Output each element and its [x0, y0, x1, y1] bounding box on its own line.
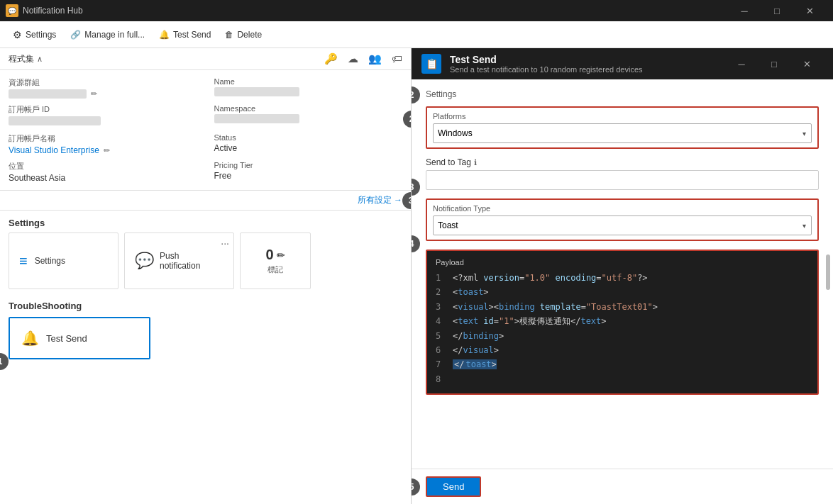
- code-line-3: 3 <visual><binding template="ToastText01…: [436, 300, 809, 314]
- push-notification-card[interactable]: 💬 Push notification ···: [124, 233, 234, 289]
- settings-card[interactable]: ≡ Settings: [9, 233, 118, 289]
- code-7: </toast>: [453, 357, 497, 371]
- status-value: Active: [214, 143, 403, 153]
- subscription-id-label: 訂用帳戶 ID: [9, 104, 197, 115]
- close-btn[interactable]: ✕: [793, 0, 826, 21]
- subscription-id-info: 訂用帳戶 ID: [9, 104, 197, 128]
- code-6: </visual>: [453, 343, 499, 357]
- all-settings-row: 所有設定 → 3: [0, 191, 411, 211]
- right-close-btn[interactable]: ✕: [790, 48, 823, 79]
- push-card-text: Push notification: [160, 251, 200, 271]
- platforms-label: Platforms: [433, 112, 812, 121]
- test-send-toolbar-btn[interactable]: 🔔 Test Send: [153, 27, 216, 43]
- info-icon: ℹ: [474, 158, 477, 167]
- settings-toolbar-btn[interactable]: ⚙ Settings: [7, 26, 62, 43]
- pricing-info: Pricing Tier Free: [214, 161, 403, 183]
- line-num-2: 2: [436, 285, 446, 299]
- line-num-6: 6: [436, 343, 446, 357]
- toolbar: ⚙ Settings 🔗 Manage in full... 🔔 Test Se…: [0, 21, 833, 48]
- app-icon: 💬: [6, 4, 18, 17]
- send-to-tag-label: Send to Tag ℹ: [426, 157, 819, 167]
- line-num-7: 7: [436, 357, 446, 371]
- payload-box[interactable]: Payload 1 <?xml version="1.0" encoding="…: [426, 250, 819, 395]
- resource-group-value: ✏: [9, 89, 197, 99]
- cards-row: ≡ Settings 💬 Push notification ···: [0, 233, 411, 298]
- name-info: Name: [214, 77, 403, 99]
- location-value: Southeast Asia: [9, 173, 197, 183]
- test-send-card[interactable]: 🔔 Test Send: [9, 317, 150, 359]
- info-section: 資源群組 ✏ Name 訂用帳戶 ID Namespace: [0, 70, 411, 191]
- code-line-1: 1 <?xml version="1.0" encoding="utf-8"?>: [436, 271, 809, 285]
- breadcrumb-expand[interactable]: ∧: [37, 55, 43, 64]
- delete-toolbar-btn[interactable]: 🗑 Delete: [219, 27, 267, 43]
- send-to-tag-group: Send to Tag ℹ: [426, 157, 819, 190]
- send-section: 5 Send: [412, 469, 833, 504]
- pricing-value: Free: [214, 171, 403, 181]
- right-step-2-marker: 2: [412, 86, 420, 103]
- cloud-icon[interactable]: ☁: [348, 52, 358, 65]
- app-title: Notification Hub: [23, 6, 83, 16]
- status-info: Status Active: [214, 133, 403, 155]
- right-settings-label: Settings: [426, 89, 819, 99]
- pencil-icon: ✏: [277, 250, 285, 261]
- maximize-btn[interactable]: □: [761, 0, 793, 21]
- win-controls: ─ □ ✕: [728, 0, 826, 21]
- right-title-bar: 📋 Test Send Send a test notification to …: [412, 48, 833, 79]
- push-card-dots[interactable]: ···: [221, 237, 229, 249]
- notification-type-select-wrapper: Toast Tile Badge Raw ▾: [433, 215, 812, 235]
- test-send-card-icon: 🔔: [21, 330, 39, 347]
- line-num-1: 1: [436, 271, 446, 285]
- troubleshoot-section: TroubleShooting 🔔 Test Send: [0, 298, 411, 371]
- scrollbar-thumb[interactable]: [826, 254, 830, 290]
- line-num-8: 8: [436, 372, 446, 386]
- name-blur: [214, 87, 299, 96]
- code-1: <?xml version="1.0" encoding="utf-8"?>: [453, 271, 648, 285]
- resource-group-info: 資源群組 ✏: [9, 77, 197, 99]
- right-minimize-btn[interactable]: ─: [725, 48, 758, 79]
- minimize-btn[interactable]: ─: [728, 0, 761, 21]
- pricing-label: Pricing Tier: [214, 161, 403, 169]
- right-maximize-btn[interactable]: □: [758, 48, 790, 79]
- resource-group-edit-icon[interactable]: ✏: [91, 89, 97, 99]
- tag-icon[interactable]: 🏷: [392, 52, 402, 65]
- key-icon[interactable]: 🔑: [324, 52, 338, 65]
- notification-type-select[interactable]: Toast Tile Badge Raw: [433, 215, 812, 235]
- resource-group-blur: [9, 89, 87, 99]
- step-5-marker: 5: [412, 478, 420, 495]
- manage-toolbar-btn[interactable]: 🔗 Manage in full...: [65, 27, 150, 43]
- code-4: <text id="1">模擬傳送通知</text>: [453, 314, 607, 328]
- send-button[interactable]: Send: [426, 476, 481, 497]
- breadcrumb-icons: 🔑 ☁ 👥 🏷: [324, 52, 402, 65]
- namespace-blur: [214, 114, 299, 123]
- all-settings-link[interactable]: 所有設定 →: [358, 194, 402, 206]
- step-3-marker: 3: [402, 192, 412, 209]
- platforms-select[interactable]: Windows Apple Google Baidu Kindle Window…: [433, 123, 812, 143]
- code-3: <visual><binding template="ToastText01">: [453, 300, 658, 314]
- external-link-icon: 🔗: [70, 30, 81, 40]
- code-line-8: 8: [436, 372, 809, 386]
- push-card-label: Push: [160, 251, 200, 261]
- users-icon[interactable]: 👥: [368, 52, 382, 65]
- notes-card[interactable]: 0 ✏ 標記: [240, 233, 311, 289]
- code-line-7: 7 </toast>: [436, 357, 809, 371]
- namespace-info: Namespace: [214, 104, 403, 128]
- code-line-2: 2 <toast>: [436, 285, 809, 299]
- right-step-4-marker: 4: [412, 235, 420, 252]
- bell-icon: 🔔: [159, 30, 170, 40]
- code-5: </binding>: [453, 329, 504, 343]
- settings-section-title: Settings: [0, 211, 411, 233]
- test-send-card-label: Test Send: [46, 333, 87, 344]
- line-num-5: 5: [436, 329, 446, 343]
- platforms-group: Platforms Windows Apple Google Baidu Kin…: [426, 106, 819, 149]
- send-to-tag-input[interactable]: [426, 170, 819, 190]
- breadcrumb: 程式集 ∧ 🔑 ☁ 👥 🏷: [0, 48, 411, 70]
- breadcrumb-item[interactable]: 程式集: [9, 53, 34, 65]
- subscription-name-info: 訂用帳戶名稱 Visual Studio Enterprise ✏: [9, 133, 197, 155]
- subscription-name-edit-icon[interactable]: ✏: [104, 146, 110, 155]
- settings-card-label: Settings: [35, 256, 65, 266]
- right-step-3-marker: 3: [412, 179, 420, 196]
- subscription-name-value[interactable]: Visual Studio Enterprise: [9, 145, 99, 155]
- subscription-name-label: 訂用帳戶名稱: [9, 133, 197, 144]
- line-num-3: 3: [436, 300, 446, 314]
- notification-type-group: Notification Type Toast Tile Badge Raw ▾: [426, 198, 819, 241]
